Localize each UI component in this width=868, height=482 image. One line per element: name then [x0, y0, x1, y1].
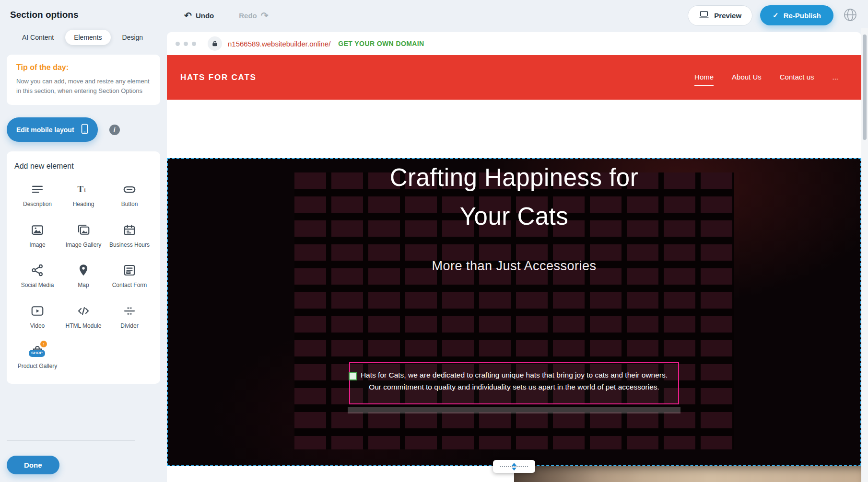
pavement-photo: [514, 466, 861, 482]
divider-icon: [122, 304, 137, 318]
hero-title-line1: Crafting Happiness for: [167, 158, 861, 197]
browser-dot: [192, 42, 196, 46]
add-element-panel: Add new element Description Tt Heading: [7, 151, 160, 384]
preview-label: Preview: [714, 11, 741, 20]
tab-elements[interactable]: Elements: [65, 30, 110, 45]
app-window: ↶ Undo Redo ↷ Preview ✓ Re-Publish: [0, 0, 868, 482]
element-map[interactable]: Map: [60, 263, 106, 289]
mobile-layout-row: Edit mobile layout i: [7, 117, 160, 142]
section-options-sidebar: Section options AI Content Elements Desi…: [0, 0, 167, 482]
scrollbar-thumb[interactable]: [863, 34, 867, 140]
element-label: Heading: [73, 201, 94, 208]
undo-button[interactable]: ↶ Undo: [181, 11, 217, 21]
edit-mobile-layout-button[interactable]: Edit mobile layout: [7, 117, 98, 142]
toolbar-right-group: Preview ✓ Re-Publish: [688, 5, 858, 26]
element-label: Divider: [120, 322, 138, 330]
element-label: HTML Module: [66, 322, 102, 330]
shop-badge: SHOP: [29, 350, 45, 356]
site-header: HATS FOR CATS Home About Us Contact us .…: [167, 55, 861, 100]
sidebar-tabs: AI Content Elements Design: [13, 30, 167, 45]
edit-mobile-label: Edit mobile layout: [16, 126, 74, 134]
element-label: Map: [78, 282, 89, 289]
hero-section[interactable]: Crafting Happiness for Your Cats More th…: [167, 158, 861, 466]
resize-handle-left[interactable]: [349, 372, 357, 380]
element-html-module[interactable]: HTML Module: [60, 304, 106, 330]
check-icon: ✓: [773, 11, 779, 20]
info-icon[interactable]: i: [109, 125, 120, 135]
browser-dot: [184, 42, 188, 46]
element-image-gallery[interactable]: Image Gallery: [60, 223, 106, 249]
monitor-icon: [699, 11, 709, 21]
tab-ai-content[interactable]: AI Content: [13, 30, 62, 45]
map-icon: [76, 263, 91, 277]
sidebar-divider: [7, 440, 135, 441]
element-label: Social Media: [21, 282, 54, 289]
element-business-hours[interactable]: Business Hours: [106, 223, 152, 249]
section-resize-handle[interactable]: [493, 460, 535, 473]
republish-button[interactable]: ✓ Re-Publish: [760, 5, 833, 25]
element-contact-form[interactable]: Contact Form: [106, 263, 152, 289]
editor-canvas: n1566589.websitebuilder.online/ GET YOUR…: [167, 32, 861, 482]
element-button[interactable]: Button: [106, 182, 152, 208]
element-social-media[interactable]: Social Media: [14, 263, 60, 289]
element-label: Image Gallery: [66, 241, 102, 249]
nav-home[interactable]: Home: [694, 73, 714, 82]
element-label: Image: [29, 241, 45, 249]
video-icon: [30, 304, 45, 318]
site-logo[interactable]: HATS FOR CATS: [180, 73, 257, 82]
html-module-icon: [76, 304, 91, 318]
hero-subtitle[interactable]: More than Just Accessories: [167, 259, 861, 274]
lock-icon: [208, 36, 222, 51]
social-media-icon: [30, 263, 45, 277]
nav-about-us[interactable]: About Us: [732, 73, 762, 82]
add-element-title: Add new element: [14, 162, 152, 171]
element-grid: Description Tt Heading Button: [14, 182, 152, 370]
browser-dot: [176, 42, 180, 46]
selected-paragraph-element[interactable]: Hats for Cats, we are dedicated to craft…: [349, 362, 679, 404]
description-icon: [30, 182, 45, 196]
svg-text:T: T: [78, 184, 84, 194]
element-divider[interactable]: Divider: [106, 304, 152, 330]
element-heading[interactable]: Tt Heading: [60, 182, 106, 208]
browser-dots: [176, 42, 196, 46]
nav-more[interactable]: ...: [832, 73, 838, 82]
redo-button[interactable]: Redo ↷: [236, 11, 271, 21]
preview-button[interactable]: Preview: [688, 5, 752, 26]
resize-arrow-up-icon: [512, 463, 516, 466]
tab-design[interactable]: Design: [114, 30, 152, 45]
done-button[interactable]: Done: [7, 456, 59, 474]
browser-bar: n1566589.websitebuilder.online/ GET YOUR…: [167, 32, 861, 55]
element-label: Button: [121, 201, 138, 208]
heading-icon: Tt: [76, 182, 91, 196]
site-url[interactable]: n1566589.websitebuilder.online/: [228, 40, 330, 48]
element-hover-ghost: [348, 407, 680, 413]
site-nav: Home About Us Contact us ...: [694, 73, 838, 82]
language-globe-button[interactable]: [842, 7, 858, 24]
resize-dotted-line: [500, 466, 528, 467]
element-image[interactable]: Image: [14, 223, 60, 249]
page-scrollbar[interactable]: [861, 28, 868, 482]
image-gallery-icon: [76, 223, 91, 237]
element-product-gallery[interactable]: SHOP ↑ Product Gallery: [14, 344, 60, 370]
undo-icon: ↶: [184, 11, 192, 20]
history-controls: ↶ Undo Redo ↷: [181, 11, 271, 21]
product-gallery-icon: SHOP ↑: [30, 344, 45, 358]
republish-label: Re-Publish: [784, 11, 821, 20]
nav-contact-us[interactable]: Contact us: [780, 73, 814, 82]
element-label: Product Gallery: [18, 363, 58, 370]
image-icon: [30, 223, 45, 237]
business-hours-icon: [122, 223, 137, 237]
element-description[interactable]: Description: [14, 182, 60, 208]
redo-label: Redo: [239, 11, 257, 20]
resize-arrow-down-icon: [512, 468, 516, 471]
page-title: Section options: [10, 10, 167, 20]
upgrade-badge-icon: ↑: [40, 341, 47, 347]
tip-title: Tip of the day:: [16, 63, 151, 72]
get-domain-link[interactable]: GET YOUR OWN DOMAIN: [338, 40, 424, 47]
hero-paragraph: Hats for Cats, we are dedicated to craft…: [354, 369, 674, 393]
hero-title[interactable]: Crafting Happiness for Your Cats: [167, 158, 861, 236]
element-video[interactable]: Video: [14, 304, 60, 330]
hero-title-line2: Your Cats: [167, 197, 861, 236]
button-icon: [122, 182, 137, 196]
element-label: Description: [23, 201, 52, 208]
